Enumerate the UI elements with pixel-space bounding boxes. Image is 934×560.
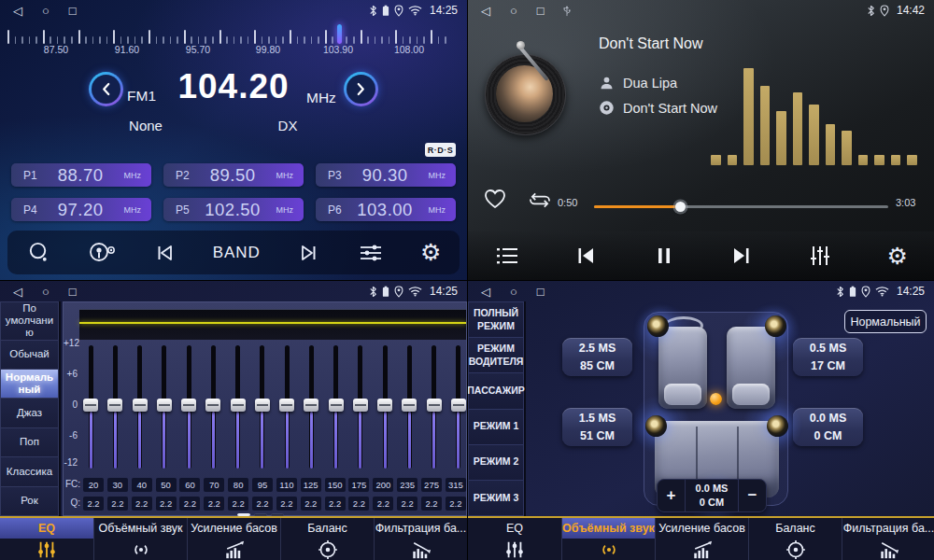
fc-value[interactable]: 20 [83, 478, 104, 492]
back-button[interactable]: ◁ [481, 286, 490, 298]
q-value[interactable]: 2.2 [228, 497, 248, 511]
slider-handle[interactable] [353, 399, 368, 412]
mode-item-1[interactable]: ПОЛНЫЙ РЕЖИМ [468, 301, 524, 338]
slider-handle[interactable] [157, 399, 172, 412]
slider-handle[interactable] [181, 399, 196, 412]
recents-button[interactable]: □ [69, 286, 77, 298]
seek-previous-icon[interactable] [152, 242, 177, 264]
q-value[interactable]: 2.2 [373, 497, 393, 511]
fc-value[interactable]: 30 [107, 478, 128, 492]
tab-eq[interactable]: EQ [0, 518, 93, 560]
tune-down-button[interactable] [89, 72, 123, 106]
fc-value[interactable]: 70 [204, 478, 224, 492]
radio-preset-p6[interactable]: P6103.00MHz [316, 198, 456, 221]
q-value[interactable]: 2.2 [276, 497, 297, 511]
fc-value[interactable]: 110 [276, 478, 297, 492]
back-button[interactable]: ◁ [13, 286, 22, 298]
q-value[interactable]: 2.2 [397, 497, 417, 511]
tab-balance[interactable]: Баланс [748, 518, 842, 560]
eq-band-slider[interactable] [304, 345, 318, 469]
radio-preset-p5[interactable]: P5102.50MHz [163, 198, 304, 221]
eq-band-slider[interactable] [83, 345, 98, 469]
fc-value[interactable]: 275 [421, 478, 442, 492]
pause-icon[interactable] [653, 245, 675, 267]
profile-button[interactable]: Нормальный [844, 310, 927, 333]
recents-button[interactable]: □ [69, 5, 77, 17]
eq-band-slider[interactable] [231, 345, 246, 469]
radio-preset-p1[interactable]: P188.70MHz [11, 163, 151, 187]
back-button[interactable]: ◁ [481, 5, 490, 17]
slider-handle[interactable] [279, 399, 294, 412]
fc-value[interactable]: 95 [252, 478, 273, 492]
speaker-rear-right-icon[interactable] [767, 415, 788, 437]
q-value[interactable]: 2.2 [83, 497, 104, 511]
delay-rear-right-button[interactable]: 0.0 MS 0 CM [793, 408, 863, 446]
q-value[interactable]: 2.2 [156, 497, 177, 511]
slider-handle[interactable] [133, 399, 148, 412]
eq-band-slider[interactable] [107, 345, 122, 469]
slider-handle[interactable] [304, 399, 318, 412]
recents-button[interactable]: □ [537, 5, 545, 17]
radio-preset-p3[interactable]: P390.30MHz [316, 163, 456, 187]
fc-value[interactable]: 60 [179, 478, 200, 492]
q-value[interactable]: 2.2 [325, 497, 346, 511]
home-button[interactable]: ○ [42, 286, 50, 298]
speaker-rear-left-icon[interactable] [645, 415, 667, 437]
recents-button[interactable]: □ [537, 286, 545, 298]
decrease-button[interactable]: − [738, 480, 766, 511]
fc-value[interactable]: 40 [132, 478, 152, 492]
slider-handle[interactable] [231, 399, 246, 412]
progress-bar[interactable] [594, 205, 888, 208]
fc-value[interactable]: 150 [325, 478, 346, 492]
slider-handle[interactable] [402, 399, 417, 412]
radio-scale-ticks[interactable] [7, 27, 454, 44]
tab-eq[interactable]: EQ [468, 518, 561, 560]
tune-up-button[interactable] [344, 72, 378, 106]
tab-balance[interactable]: Баланс [280, 518, 374, 560]
search-icon[interactable] [26, 240, 51, 265]
eq-band-slider[interactable] [329, 345, 344, 469]
tab-filter[interactable]: Фильтрация ба... [374, 518, 467, 560]
fc-value[interactable]: 80 [228, 478, 248, 492]
q-value[interactable]: 2.2 [107, 497, 128, 511]
home-button[interactable]: ○ [42, 5, 50, 17]
mode-item-3[interactable]: ПАССАЖИР [468, 373, 524, 409]
eq-band-slider[interactable] [279, 345, 294, 469]
slider-handle[interactable] [255, 399, 270, 412]
eq-band-slider[interactable] [133, 345, 148, 469]
back-button[interactable]: ◁ [13, 5, 22, 17]
slider-handle[interactable] [83, 399, 98, 412]
eq-preset-1[interactable]: По умолчанию [0, 301, 59, 341]
fc-value[interactable]: 315 [446, 478, 466, 492]
speaker-front-right-icon[interactable] [765, 315, 786, 337]
equalizer-icon[interactable] [808, 244, 832, 268]
slider-handle[interactable] [427, 399, 442, 412]
slider-handle[interactable] [329, 399, 344, 412]
increase-button[interactable]: + [658, 480, 686, 511]
seek-next-icon[interactable] [297, 242, 321, 264]
eq-preset-5[interactable]: Поп [0, 428, 59, 457]
radio-preset-p4[interactable]: P497.20MHz [11, 198, 151, 221]
delay-rear-left-button[interactable]: 1.5 MS 51 CM [562, 408, 632, 446]
speaker-front-left-icon[interactable] [647, 315, 669, 337]
mode-item-6[interactable]: РЕЖИМ 3 [468, 481, 524, 516]
q-value[interactable]: 2.2 [348, 497, 369, 511]
fc-value[interactable]: 200 [373, 478, 393, 492]
eq-preset-6[interactable]: Классика [0, 457, 59, 486]
radio-preset-p2[interactable]: P289.50MHz [163, 163, 304, 187]
settings-gear-icon[interactable]: ⚙ [886, 245, 907, 268]
fc-value[interactable]: 125 [301, 478, 321, 492]
eq-preset-4[interactable]: Джаз [0, 399, 59, 427]
favorite-heart-icon[interactable] [483, 188, 507, 210]
progress-thumb[interactable] [675, 202, 686, 212]
eq-band-slider[interactable] [181, 345, 196, 469]
pty-icon[interactable] [88, 241, 116, 265]
eq-preset-3[interactable]: Нормальный [0, 370, 59, 399]
mode-item-4[interactable]: РЕЖИМ 1 [468, 410, 524, 445]
slider-handle[interactable] [107, 399, 122, 412]
q-value[interactable]: 2.2 [446, 497, 466, 511]
eq-band-slider[interactable] [377, 345, 392, 469]
slider-handle[interactable] [205, 399, 220, 412]
eq-preset-2[interactable]: Обычай [0, 341, 59, 370]
eq-band-slider[interactable] [205, 345, 220, 469]
